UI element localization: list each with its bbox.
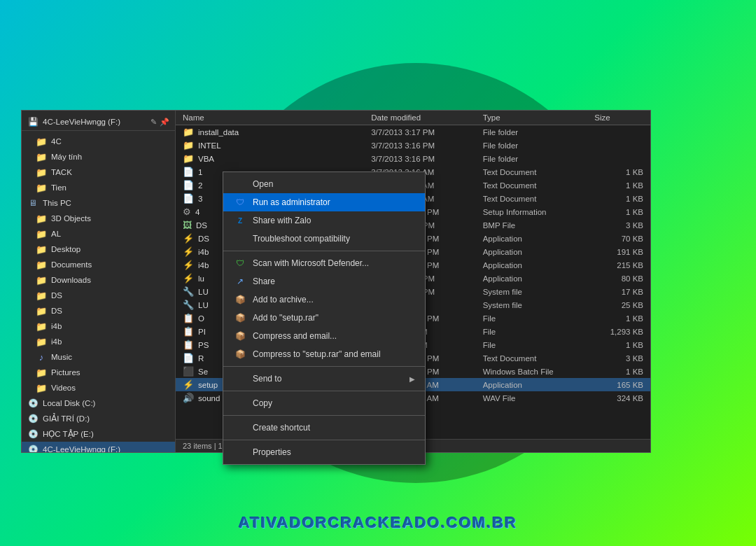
menu-item-compresssetuprar[interactable]: 📦 Compress to "setup.rar" and email xyxy=(223,345,425,363)
file-size: 1 KB xyxy=(594,314,650,323)
col-header-date[interactable]: Date modified xyxy=(371,113,483,122)
sidebar-item-al[interactable]: 📁 AL xyxy=(22,226,175,241)
file-name: lu xyxy=(198,274,204,283)
bat-icon: ⬛ xyxy=(183,366,194,377)
sidebar-item-label: Downloads xyxy=(51,276,91,284)
file-type: Application xyxy=(483,234,595,243)
file-type: Application xyxy=(483,274,595,283)
file-icon: 📋 xyxy=(183,313,194,323)
folder-icon: 📁 xyxy=(36,367,47,378)
sidebar-item-i4b2[interactable]: 📁 i4b xyxy=(22,334,175,349)
file-name: 4 xyxy=(195,208,200,216)
col-header-type[interactable]: Type xyxy=(483,113,595,122)
sidebar-item-4c[interactable]: 📁 4C xyxy=(22,134,175,149)
sidebar-item-music[interactable]: ♪ Music xyxy=(22,349,175,365)
menu-item-share[interactable]: ↗ Share xyxy=(223,272,425,290)
folder-icon: 📁 xyxy=(36,274,47,286)
sidebar-item-label: 4C xyxy=(51,137,62,146)
sidebar-item-documents[interactable]: 📁 Documents xyxy=(22,257,175,272)
menu-item-addarchive[interactable]: 📦 Add to archive... xyxy=(223,290,425,309)
menu-item-troubleshoot[interactable]: Troubleshoot compatibility xyxy=(223,230,425,248)
menu-separator-4 xyxy=(223,415,425,416)
exe-icon: ⚡ xyxy=(183,246,194,257)
sidebar-item-label: DS xyxy=(51,291,62,300)
sidebar-item-desktop[interactable]: 📁 Desktop xyxy=(22,241,175,257)
sidebar-item-pictures[interactable]: 📁 Pictures xyxy=(22,365,175,380)
sidebar-item-ds2[interactable]: 📁 DS xyxy=(22,303,175,318)
folder-icon: 📁 xyxy=(36,305,47,316)
txt-icon: 📄 xyxy=(183,353,194,363)
menu-item-scandefender[interactable]: 🛡 Scan with Microsoft Defender... xyxy=(223,254,425,272)
menu-item-copy[interactable]: Copy xyxy=(223,394,425,412)
drive-icon: 💿 xyxy=(27,398,38,409)
sidebar-item-4cleevie[interactable]: 💿 4C-LeeVieHwngg (F:) xyxy=(22,442,175,452)
sidebar-item-videos[interactable]: 📁 Videos xyxy=(22,380,175,396)
sidebar-item-thispc[interactable]: 🖥 This PC xyxy=(22,195,175,211)
sidebar-item-ds[interactable]: 📁 DS xyxy=(22,288,175,303)
file-date: 3/7/2013 3:17 PM xyxy=(371,128,483,136)
watermark: ATIVADORCRACKEADO.COM.BR xyxy=(239,514,517,532)
menu-item-open[interactable]: Open xyxy=(223,175,425,193)
file-name: install_data xyxy=(198,128,239,136)
folder-icon: 📁 xyxy=(183,127,194,137)
folder-icon: 📁 xyxy=(36,336,47,347)
table-row[interactable]: 📁VBA 3/7/2013 3:16 PM File folder xyxy=(176,152,650,165)
table-row[interactable]: 📁install_data 3/7/2013 3:17 PM File fold… xyxy=(176,125,650,139)
sidebar: 💾 4C-LeeVieHwngg (F:) ✎ 📌 📁 4C 📁 Máy tín… xyxy=(22,111,176,452)
menu-item-label: Properties xyxy=(253,447,291,457)
sidebar-item-i4b1[interactable]: 📁 i4b xyxy=(22,318,175,334)
pc-icon: 🖥 xyxy=(27,197,38,209)
drive-header-label: 4C-LeeVieHwngg (F:) xyxy=(43,118,120,126)
file-type: File folder xyxy=(483,128,595,136)
menu-item-sendto[interactable]: Send to ▶ xyxy=(223,370,425,388)
menu-item-sharewithzalo[interactable]: Z Share with Zalo xyxy=(223,211,425,230)
col-header-size[interactable]: Size xyxy=(594,113,650,122)
menu-item-label: Compress and email... xyxy=(253,331,337,341)
menu-item-label: Send to xyxy=(253,374,281,384)
file-type: Windows Batch File xyxy=(483,368,595,376)
folder-icon: 📁 xyxy=(183,140,194,150)
file-type: File folder xyxy=(483,141,595,150)
menu-item-addsetuprar[interactable]: 📦 Add to "setup.rar" xyxy=(223,309,425,327)
file-type: Setup Information xyxy=(483,208,595,216)
col-header-name[interactable]: Name xyxy=(176,113,371,122)
sidebar-item-giaitri[interactable]: 💿 GIẢI TRÍ (D:) xyxy=(22,411,175,426)
drive-header[interactable]: 💾 4C-LeeVieHwngg (F:) ✎ 📌 xyxy=(22,113,175,131)
sidebar-item-tack[interactable]: 📁 TACK xyxy=(22,164,175,180)
txt-icon: 📄 xyxy=(183,193,194,204)
file-date: 3/7/2013 3:16 PM xyxy=(371,141,483,150)
sidebar-item-label: Documents xyxy=(51,260,92,269)
menu-item-properties[interactable]: Properties xyxy=(223,443,425,461)
sidebar-item-localdisk[interactable]: 💿 Local Disk (C:) xyxy=(22,396,175,411)
sys-icon: 🔧 xyxy=(183,300,194,310)
sidebar-item-label: Pictures xyxy=(51,368,80,377)
sidebar-item-label: HỌC TẬP (E:) xyxy=(43,429,94,439)
menu-item-runas[interactable]: 🛡 Run as administrator xyxy=(223,193,425,211)
bmp-icon: 🖼 xyxy=(183,220,192,230)
folder-icon: 📁 xyxy=(36,213,47,224)
menu-item-label: Share xyxy=(253,276,275,286)
txt-icon: 📄 xyxy=(183,180,194,190)
folder-icon: 📁 xyxy=(36,290,47,301)
menu-item-compressemail[interactable]: 📦 Compress and email... xyxy=(223,327,425,345)
sidebar-item-hoctap[interactable]: 💿 HỌC TẬP (E:) xyxy=(22,426,175,442)
file-name: R xyxy=(198,354,204,363)
file-type: Text Document xyxy=(483,181,595,190)
file-type: WAV File xyxy=(483,394,595,402)
drive-header-actions: ✎ 📌 xyxy=(150,118,169,127)
file-name: 2 xyxy=(198,181,202,190)
menu-separator-3 xyxy=(223,391,425,391)
drive-icon: 💿 xyxy=(27,444,38,452)
sidebar-item-downloads[interactable]: 📁 Downloads xyxy=(22,272,175,288)
table-row[interactable]: 📁INTEL 3/7/2013 3:16 PM File folder xyxy=(176,139,650,152)
sidebar-item-label: Máy tính xyxy=(51,153,82,161)
sendto-icon xyxy=(233,373,247,384)
sidebar-item-tien[interactable]: 📁 Tien xyxy=(22,180,175,195)
sidebar-item-maytinh[interactable]: 📁 Máy tính xyxy=(22,149,175,164)
sidebar-item-label: GIẢI TRÍ (D:) xyxy=(43,414,90,424)
menu-item-label: Add to "setup.rar" xyxy=(253,313,318,323)
drive-icon: 💿 xyxy=(27,428,38,440)
sidebar-item-label: Videos xyxy=(51,384,76,392)
menu-item-createshortcut[interactable]: Create shortcut xyxy=(223,419,425,437)
sidebar-item-3dobjects[interactable]: 📁 3D Objects xyxy=(22,211,175,226)
